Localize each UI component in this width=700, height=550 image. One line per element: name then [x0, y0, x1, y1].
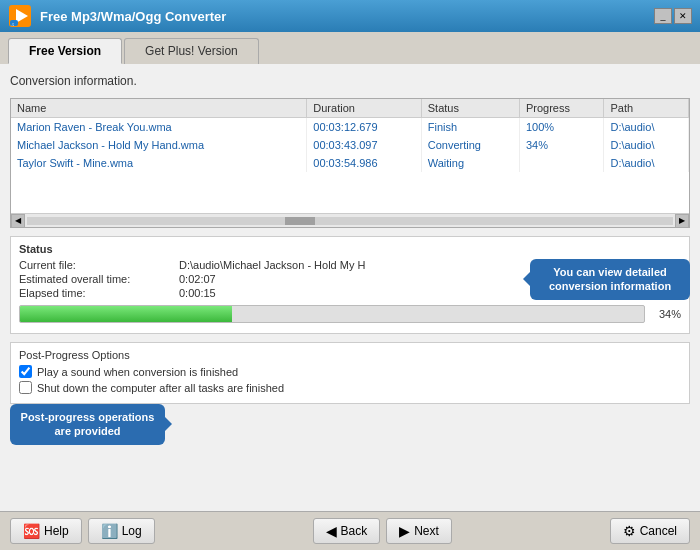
post-progress-option-shutdown: Shut down the computer after all tasks a…: [19, 381, 681, 394]
next-label: Next: [414, 524, 439, 538]
status-title: Status: [19, 243, 681, 255]
conversion-info-label: Conversion information.: [10, 74, 690, 88]
button-bar: 🆘 Help ℹ️ Log ◀ Back ▶ Next ⚙ Cancel: [0, 511, 700, 550]
tooltip-post-progress: Post-progress operations are provided: [10, 404, 165, 445]
post-progress-section: Post-Progress Options Play a sound when …: [10, 342, 690, 404]
status-row: Current file:D:\audio\Michael Jackson - …: [19, 259, 681, 271]
post-progress-title: Post-Progress Options: [19, 349, 681, 361]
file-table-container: Name Duration Status Progress Path Mario…: [10, 98, 690, 228]
status-row: Elapsed time:0:00:15: [19, 287, 681, 299]
next-button[interactable]: ▶ Next: [386, 518, 452, 544]
cell-status: Converting: [421, 136, 519, 154]
col-header-status: Status: [421, 99, 519, 118]
col-header-name: Name: [11, 99, 307, 118]
table-row[interactable]: Michael Jackson - Hold My Hand.wma00:03:…: [11, 136, 689, 154]
status-key: Elapsed time:: [19, 287, 179, 299]
cell-progress: 100%: [519, 118, 604, 137]
svg-text:♫: ♫: [11, 21, 15, 27]
back-label: Back: [341, 524, 368, 538]
scrollbar-track: [27, 217, 673, 225]
cell-duration: 00:03:12.679: [307, 118, 421, 137]
file-table: Name Duration Status Progress Path Mario…: [11, 99, 689, 172]
cell-path: D:\audio\: [604, 154, 689, 172]
main-content: Free Version Get Plus! Version Conversio…: [0, 32, 700, 550]
help-button[interactable]: 🆘 Help: [10, 518, 82, 544]
progress-container: 34%: [19, 301, 681, 327]
title-bar: ♫ Free Mp3/Wma/Ogg Converter _ ✕: [0, 0, 700, 32]
col-header-progress: Progress: [519, 99, 604, 118]
cell-duration: 00:03:54.986: [307, 154, 421, 172]
log-label: Log: [122, 524, 142, 538]
cell-name: Michael Jackson - Hold My Hand.wma: [11, 136, 307, 154]
back-button[interactable]: ◀ Back: [313, 518, 381, 544]
tab-plus-version[interactable]: Get Plus! Version: [124, 38, 259, 64]
cell-duration: 00:03:43.097: [307, 136, 421, 154]
panel: Conversion information. Name Duration St…: [0, 64, 700, 511]
log-button[interactable]: ℹ️ Log: [88, 518, 155, 544]
scrollbar-right-button[interactable]: ▶: [675, 214, 689, 228]
app-title: Free Mp3/Wma/Ogg Converter: [40, 9, 654, 24]
app-icon: ♫: [8, 4, 32, 28]
post-progress-option-sound: Play a sound when conversion is finished: [19, 365, 681, 378]
status-value: 0:00:15: [179, 287, 216, 299]
scrollbar-left-button[interactable]: ◀: [11, 214, 25, 228]
status-key: Current file:: [19, 259, 179, 271]
cell-name: Taylor Swift - Mine.wma: [11, 154, 307, 172]
status-value: D:\audio\Michael Jackson - Hold My H: [179, 259, 365, 271]
table-row[interactable]: Marion Raven - Break You.wma00:03:12.679…: [11, 118, 689, 137]
table-scrollbar[interactable]: ◀ ▶: [11, 213, 689, 227]
close-button[interactable]: ✕: [674, 8, 692, 24]
cell-status: Waiting: [421, 154, 519, 172]
checkbox-shutdown[interactable]: [19, 381, 32, 394]
col-header-path: Path: [604, 99, 689, 118]
cell-path: D:\audio\: [604, 136, 689, 154]
next-icon: ▶: [399, 523, 410, 539]
checkbox-label-shutdown: Shut down the computer after all tasks a…: [37, 382, 284, 394]
window-controls[interactable]: _ ✕: [654, 8, 692, 24]
cell-name: Marion Raven - Break You.wma: [11, 118, 307, 137]
progress-bar-outer: [19, 305, 645, 323]
help-icon: 🆘: [23, 523, 40, 539]
cancel-label: Cancel: [640, 524, 677, 538]
help-label: Help: [44, 524, 69, 538]
progress-bar-inner: [20, 306, 232, 322]
minimize-button[interactable]: _: [654, 8, 672, 24]
back-icon: ◀: [326, 523, 337, 539]
checkbox-sound[interactable]: [19, 365, 32, 378]
status-key: Estimated overall time:: [19, 273, 179, 285]
status-value: 0:02:07: [179, 273, 216, 285]
cell-status: Finish: [421, 118, 519, 137]
log-icon: ℹ️: [101, 523, 118, 539]
cell-path: D:\audio\: [604, 118, 689, 137]
table-row[interactable]: Taylor Swift - Mine.wma00:03:54.986Waiti…: [11, 154, 689, 172]
cell-progress: 34%: [519, 136, 604, 154]
tab-bar: Free Version Get Plus! Version: [0, 32, 700, 64]
status-section: Status Current file:D:\audio\Michael Jac…: [10, 236, 690, 334]
status-row: Estimated overall time:0:02:07: [19, 273, 681, 285]
checkbox-label-sound: Play a sound when conversion is finished: [37, 366, 238, 378]
cancel-icon: ⚙: [623, 523, 636, 539]
cell-progress: [519, 154, 604, 172]
tab-free-version[interactable]: Free Version: [8, 38, 122, 64]
progress-percent: 34%: [651, 308, 681, 320]
col-header-duration: Duration: [307, 99, 421, 118]
scrollbar-thumb: [285, 217, 315, 225]
cancel-button[interactable]: ⚙ Cancel: [610, 518, 690, 544]
